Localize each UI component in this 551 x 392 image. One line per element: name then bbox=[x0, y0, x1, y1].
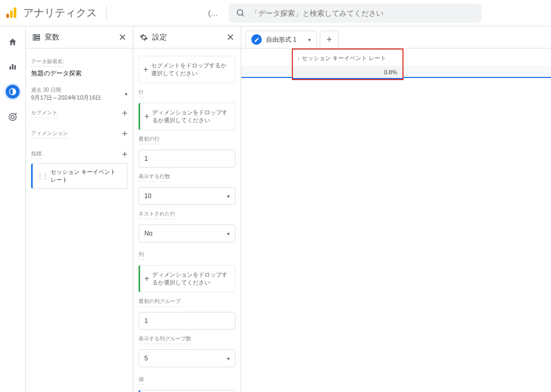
nav-rail bbox=[0, 26, 25, 392]
show-col-groups-select[interactable]: 5 ▾ bbox=[139, 349, 235, 367]
show-col-groups-label: 表示する列グループ数 bbox=[139, 335, 191, 344]
tab-freeform-1[interactable]: 自由形式 1 ▾ bbox=[245, 31, 317, 48]
svg-line-1 bbox=[242, 14, 244, 16]
settings-header: 設定 ✕ bbox=[133, 26, 241, 48]
tabs-row: 自由形式 1 ▾ + bbox=[241, 26, 551, 48]
app-title: アナリティクス bbox=[23, 6, 97, 20]
search-icon bbox=[236, 8, 245, 18]
app-header: アナリティクス (… bbox=[0, 0, 551, 26]
result-value: 0.8% bbox=[384, 69, 397, 75]
rows-label: 行 bbox=[139, 89, 144, 97]
metric-chip-label: セッション キーイベント レート bbox=[51, 168, 123, 184]
nested-rows-select[interactable]: No ▾ bbox=[139, 224, 235, 242]
add-metric-button[interactable]: + bbox=[122, 149, 127, 160]
nav-explore[interactable] bbox=[4, 83, 21, 100]
add-dimension-button[interactable]: + bbox=[122, 129, 127, 140]
dimensions-label: ディメンション bbox=[31, 130, 68, 139]
divider bbox=[106, 6, 107, 21]
variables-icon bbox=[32, 33, 41, 42]
segments-label: セグメント bbox=[31, 109, 57, 118]
sort-arrow-icon: ↓ bbox=[297, 55, 300, 61]
home-icon bbox=[8, 37, 17, 47]
chevron-down-icon: ▾ bbox=[227, 231, 230, 237]
first-row-value: 1 bbox=[144, 155, 148, 162]
svg-rect-4 bbox=[14, 65, 16, 70]
nav-home[interactable] bbox=[5, 35, 20, 50]
cols-drop-zone[interactable]: + ディメンションをドロップするか選択してください bbox=[139, 265, 235, 292]
segment-drop-text: セグメントをドロップするか選択してください bbox=[151, 62, 231, 77]
plus-icon: + bbox=[144, 274, 149, 283]
chevron-down-icon[interactable]: ▾ bbox=[308, 37, 311, 43]
date-range-text: 9月17日～2024年10月16日 bbox=[31, 94, 101, 102]
add-segment-button[interactable]: + bbox=[122, 108, 127, 119]
variables-panel: 変数 ✕ データ探索名: 無題のデータ探索 過去 30 日間 9月17日～202… bbox=[25, 26, 133, 392]
add-tab-button[interactable]: + bbox=[320, 31, 339, 48]
svg-rect-9 bbox=[35, 34, 40, 36]
pencil-icon bbox=[251, 34, 262, 45]
explore-icon bbox=[8, 87, 17, 96]
date-preset: 過去 30 日間 bbox=[31, 86, 101, 94]
svg-rect-11 bbox=[35, 38, 40, 40]
first-col-group-value: 1 bbox=[144, 317, 148, 325]
svg-rect-3 bbox=[12, 64, 14, 70]
cols-drop-text: ディメンションをドロップするか選択してください bbox=[152, 271, 231, 287]
result-header-text: セッション キーイベント レート bbox=[302, 54, 386, 62]
rows-drop-zone[interactable]: + ディメンションをドロップするか選択してください bbox=[139, 103, 235, 130]
cols-label: 列 bbox=[139, 251, 144, 260]
nav-advertising[interactable] bbox=[5, 110, 20, 124]
nested-rows-value: No bbox=[144, 230, 152, 237]
metrics-label: 指標 bbox=[31, 150, 42, 159]
target-icon bbox=[8, 112, 17, 122]
date-range-picker[interactable]: 過去 30 日間 9月17日～2024年10月16日 ▾ bbox=[31, 83, 127, 105]
variables-header: 変数 ✕ bbox=[26, 26, 133, 48]
chevron-down-icon: ▾ bbox=[227, 193, 230, 199]
gear-icon bbox=[140, 33, 148, 42]
first-col-group-input[interactable]: 1 bbox=[139, 312, 235, 330]
show-rows-select[interactable]: 10 ▾ bbox=[139, 187, 235, 205]
first-col-group-label: 最初の列グループ bbox=[139, 298, 181, 307]
close-variables-button[interactable]: ✕ bbox=[119, 32, 126, 43]
search-input[interactable] bbox=[251, 9, 474, 17]
canvas: 自由形式 1 ▾ + ↓ セッション キーイベント レート 0.8% bbox=[241, 26, 551, 392]
variables-title: 変数 bbox=[45, 33, 60, 42]
result-value-cell: 0.8% bbox=[293, 66, 402, 79]
exploration-name[interactable]: 無題のデータ探索 bbox=[31, 69, 127, 78]
tab-label: 自由形式 1 bbox=[266, 35, 297, 44]
property-indicator[interactable]: (… bbox=[208, 9, 218, 17]
nav-reports[interactable] bbox=[5, 59, 20, 74]
exploration-name-label: データ探索名: bbox=[31, 58, 64, 67]
settings-panel: 設定 ✕ + セグメントをドロップするか選択してください 行 + ディメンション… bbox=[133, 26, 241, 392]
highlight-annotation: ↓ セッション キーイベント レート 0.8% bbox=[292, 48, 404, 80]
drag-handle-icon: ⋮⋮ bbox=[37, 172, 47, 180]
svg-point-0 bbox=[237, 9, 243, 15]
chevron-down-icon: ▾ bbox=[125, 91, 127, 97]
first-row-input[interactable]: 1 bbox=[139, 150, 235, 168]
svg-rect-2 bbox=[9, 66, 11, 70]
rows-drop-text: ディメンションをドロップするか選択してください bbox=[152, 109, 231, 124]
plus-icon: + bbox=[143, 65, 148, 74]
result-column-header[interactable]: ↓ セッション キーイベント レート bbox=[293, 50, 402, 66]
metric-chip[interactable]: ⋮⋮ セッション キーイベント レート bbox=[31, 163, 127, 189]
segment-drop-zone[interactable]: + セグメントをドロップするか選択してください bbox=[139, 56, 235, 83]
nested-rows-label: ネストされた行 bbox=[139, 210, 175, 219]
close-settings-button[interactable]: ✕ bbox=[227, 32, 234, 43]
bar-chart-icon bbox=[8, 62, 17, 71]
canvas-body: ↓ セッション キーイベント レート 0.8% bbox=[241, 48, 551, 392]
value-chip[interactable]: ⋮⋮ セッション キーイベント レート bbox=[139, 390, 235, 392]
analytics-logo-icon bbox=[6, 7, 18, 19]
search-box[interactable] bbox=[229, 4, 481, 23]
show-rows-value: 10 bbox=[144, 192, 151, 200]
settings-title: 設定 bbox=[152, 33, 167, 42]
chevron-down-icon: ▾ bbox=[227, 356, 230, 361]
svg-rect-8 bbox=[33, 34, 35, 40]
show-col-groups-value: 5 bbox=[144, 355, 148, 362]
svg-point-7 bbox=[11, 115, 14, 119]
first-row-label: 最初の行 bbox=[139, 135, 160, 144]
values-label: 値 bbox=[139, 376, 144, 385]
show-rows-label: 表示する行数 bbox=[139, 173, 170, 182]
svg-rect-10 bbox=[35, 36, 40, 38]
plus-icon: + bbox=[144, 112, 149, 121]
